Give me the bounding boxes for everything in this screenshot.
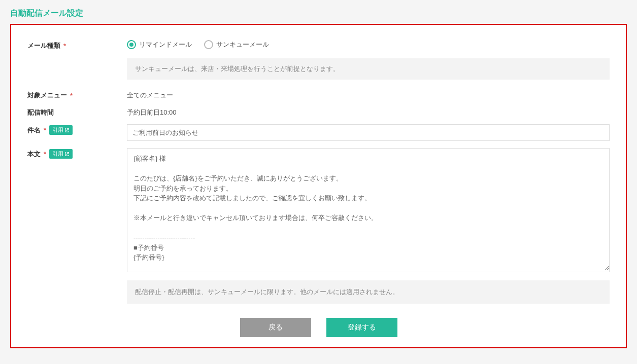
radio-remind-mail[interactable]: リマインドメール xyxy=(127,40,192,49)
submit-button[interactable]: 登録する xyxy=(326,318,397,337)
radio-label-remind: リマインドメール xyxy=(139,40,192,49)
radio-icon-unselected xyxy=(204,40,213,49)
radio-thankyou-mail[interactable]: サンキューメール xyxy=(204,40,269,49)
label-mail-type: メール種類 * xyxy=(27,40,127,50)
required-mark: * xyxy=(63,42,66,50)
body-textarea-wrap xyxy=(127,148,610,272)
field-mail-type: リマインドメール サンキューメール サンキューメールは、来店・来場処理を行うこと… xyxy=(127,40,610,80)
mail-type-radio-group: リマインドメール サンキューメール xyxy=(127,40,610,49)
label-body-text: 本文 xyxy=(27,150,41,159)
label-target-menu: 対象メニュー * xyxy=(27,90,127,100)
page-title: 自動配信メール設定 xyxy=(10,8,627,19)
label-target-menu-text: 対象メニュー xyxy=(27,91,67,100)
row-mail-type: メール種類 * リマインドメール サンキューメール サンキューメールは、来店・来… xyxy=(27,40,610,80)
field-body: 配信停止・配信再開は、サンキューメールに限ります。他のメールには適用されません。 xyxy=(127,148,610,304)
button-row: 戻る 登録する xyxy=(27,318,610,337)
required-mark: * xyxy=(44,126,46,134)
required-mark: * xyxy=(70,92,73,99)
back-button[interactable]: 戻る xyxy=(240,318,311,337)
required-mark: * xyxy=(44,150,46,158)
quote-badge-body[interactable]: 引用 xyxy=(49,149,73,159)
label-subject-text: 件名 xyxy=(27,126,41,135)
row-target-menu: 対象メニュー * 全てのメニュー xyxy=(27,90,610,100)
radio-label-thankyou: サンキューメール xyxy=(216,40,269,49)
delivery-time-value: 予約日前日10:00 xyxy=(127,107,610,117)
radio-icon-selected xyxy=(127,40,136,49)
body-note: 配信停止・配信再開は、サンキューメールに限ります。他のメールには適用されません。 xyxy=(127,280,610,304)
subject-input[interactable] xyxy=(127,124,610,141)
settings-panel: メール種類 * リマインドメール サンキューメール サンキューメールは、来店・来… xyxy=(10,24,627,348)
quote-badge-subject[interactable]: 引用 xyxy=(49,125,73,135)
row-subject: 件名 * 引用 xyxy=(27,124,610,141)
label-body: 本文 * 引用 xyxy=(27,148,127,159)
row-delivery-time: 配信時間 予約日前日10:00 xyxy=(27,107,610,117)
target-menu-value: 全てのメニュー xyxy=(127,90,610,100)
external-link-icon xyxy=(64,152,70,157)
quote-badge-text: 引用 xyxy=(52,126,63,134)
field-subject xyxy=(127,124,610,141)
label-mail-type-text: メール種類 xyxy=(27,41,60,50)
label-subject: 件名 * 引用 xyxy=(27,124,127,135)
label-delivery-time-text: 配信時間 xyxy=(27,108,54,117)
external-link-icon xyxy=(64,128,70,133)
quote-badge-text: 引用 xyxy=(52,150,63,158)
label-delivery-time: 配信時間 xyxy=(27,107,127,117)
mail-type-note: サンキューメールは、来店・来場処理を行うことが前提となります。 xyxy=(127,58,610,80)
body-textarea[interactable] xyxy=(127,149,609,270)
row-body: 本文 * 引用 配信停止・配信再開は、サンキューメールに限ります。他のメールには… xyxy=(27,148,610,304)
